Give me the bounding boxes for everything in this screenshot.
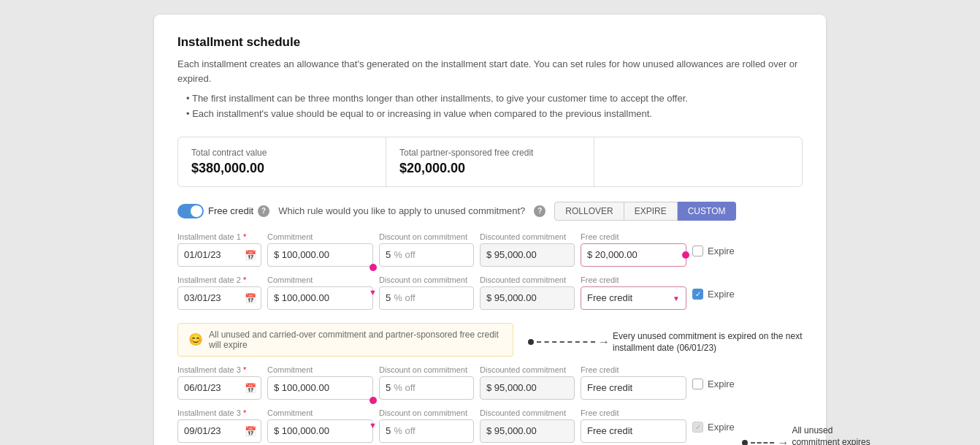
discounted-label-4: Discounted commitment (480, 408, 575, 417)
smiley-icon: 😊 (188, 332, 203, 346)
discounted-label-1: Discounted commitment (480, 232, 575, 241)
expire-label-4: Expire (708, 422, 735, 433)
discount-input-4[interactable]: 5 % off (379, 419, 474, 443)
free-credit-label-4: Free credit (581, 408, 686, 417)
discounted-input-2: $ 95,000.00 (480, 286, 575, 310)
bullet-1: The first installment can be three month… (186, 91, 803, 107)
expire-banner-text: All unused and carried-over commitment a… (209, 330, 502, 350)
rule-help-icon[interactable]: ? (534, 205, 545, 217)
expire-checkbox-3[interactable] (692, 379, 703, 389)
calendar-icon-3: 📅 (245, 382, 256, 393)
percent-off-2: % off (394, 292, 415, 303)
date-value-1: 01/01/23 (184, 249, 221, 260)
bullet-list: The first installment can be three month… (186, 91, 803, 122)
discount-value-3: 5 (386, 382, 391, 393)
discounted-input-4: $ 95,000.00 (480, 419, 575, 443)
installments-container: Installment date 1 * 01/01/23 📅 Commitme… (177, 232, 803, 445)
commitment-group-4: Commitment $ 100,000.00 ▼ (267, 408, 373, 443)
expire-label-1: Expire (708, 246, 735, 256)
free-credit-value-1: $ 20,000.00 (587, 249, 638, 260)
arrow-icon-4: → (777, 436, 789, 445)
commitment-input-2[interactable]: $ 100,000.00 (267, 286, 373, 310)
discounted-input-1: $ 95,000.00 (480, 243, 575, 267)
free-credit-input-2[interactable]: Free credit ▼ (581, 286, 686, 310)
commitment-input-1[interactable]: $ 100,000.00 (267, 243, 373, 267)
installment-row-4: Installment date 3 * 09/01/23 📅 Commitme… (177, 408, 735, 443)
summary-row: Total contract value $380,000.00 Total p… (177, 137, 803, 187)
black-dot-2 (528, 339, 534, 345)
date-input-1[interactable]: 01/01/23 📅 (177, 243, 261, 267)
toggle-help-icon[interactable]: ? (258, 205, 269, 217)
total-contract-value: $380,000.00 (191, 161, 372, 176)
discounted-group-2: Discounted commitment $ 95,000.00 (480, 275, 575, 310)
free-credit-group-2: Free credit Free credit ▼ (581, 275, 686, 310)
discount-value-2: 5 (386, 292, 391, 303)
discounted-label-2: Discounted commitment (480, 275, 575, 284)
card-title: Installment schedule (177, 35, 803, 50)
down-arrow-4: ▼ (369, 421, 377, 430)
free-credit-input-3[interactable]: Free credit (581, 376, 686, 400)
calendar-icon-4: 📅 (245, 425, 256, 436)
commitment-label-4: Commitment (267, 408, 373, 417)
commitment-input-3[interactable]: $ 100,000.00 (267, 376, 373, 400)
custom-button[interactable]: CUSTOM (678, 202, 737, 221)
date-input-3[interactable]: 06/01/23 📅 (177, 376, 261, 400)
discounted-value-1: $ 95,000.00 (486, 249, 537, 260)
discount-input-1[interactable]: 5 % off (379, 243, 474, 267)
expire-group-2: Expire (692, 275, 735, 300)
date-group-1: Installment date 1 * 01/01/23 📅 (177, 232, 261, 267)
free-credit-label-3: Free credit (581, 365, 686, 374)
toggle-background[interactable] (177, 204, 204, 218)
pink-dot-fc-1 (682, 251, 689, 259)
free-credit-input-4[interactable]: Free credit (581, 419, 686, 443)
discounted-value-4: $ 95,000.00 (486, 425, 537, 436)
discounted-value-3: $ 95,000.00 (486, 382, 537, 393)
rollover-button[interactable]: ROLLOVER (554, 202, 624, 221)
date-input-2[interactable]: 03/01/23 📅 (177, 286, 261, 310)
free-credit-toggle[interactable]: Free credit ? (177, 204, 269, 218)
card-description: Each installment creates an allowance th… (177, 57, 803, 85)
dashed-line-4 (751, 442, 775, 444)
percent-off-4: % off (394, 425, 415, 436)
commitment-input-4[interactable]: $ 100,000.00 (267, 419, 373, 443)
expire-button[interactable]: EXPIRE (624, 202, 678, 221)
expire-checkbox-1[interactable] (692, 246, 703, 256)
discount-group-3: Discount on commitment 5 % off (379, 365, 474, 400)
commitment-group-1: Commitment $ 100,000.00 (267, 232, 373, 267)
discount-value-1: 5 (386, 249, 391, 260)
discount-input-2[interactable]: 5 % off (379, 286, 474, 310)
installment-row-2-wrapper: Installment date 2 * 03/01/23 📅 Commitme… (177, 275, 803, 365)
expire-group-4: Expire (692, 408, 735, 433)
discount-group-4: Discount on commitment 5 % off (379, 408, 474, 443)
expire-banner-row: 😊 All unused and carried-over commitment… (177, 319, 803, 365)
installment-row-2: Installment date 2 * 03/01/23 📅 Commitme… (177, 275, 803, 310)
expire-checkbox-2[interactable] (692, 289, 703, 300)
installment-row-1: Installment date 1 * 01/01/23 📅 Commitme… (177, 232, 803, 267)
discount-label-2: Discount on commitment (379, 275, 474, 284)
bullet-2: Each installment's value should be equal… (186, 107, 803, 122)
commitment-value-2: $ 100,000.00 (274, 292, 329, 303)
empty-summary-box (594, 137, 802, 186)
rule-question: Which rule would you like to apply to un… (278, 205, 525, 216)
down-arrow-2: ▼ (369, 288, 377, 297)
date-input-4[interactable]: 09/01/23 📅 (177, 419, 261, 443)
calendar-icon-2: 📅 (245, 292, 256, 303)
commitment-group-2: Commitment $ 100,000.00 ▼ (267, 275, 373, 310)
free-credit-value-3: Free credit (587, 382, 632, 393)
total-contract-box: Total contract value $380,000.00 (178, 137, 386, 186)
annotation-text-4: All unused commitment expires at the off… (792, 425, 874, 445)
toggle-row: Free credit ? Which rule would you like … (177, 202, 803, 221)
discounted-value-2: $ 95,000.00 (486, 292, 537, 303)
free-credit-input-1[interactable]: $ 20,000.00 (581, 243, 686, 267)
dropdown-arrow-2: ▼ (673, 294, 680, 302)
expire-banner: 😊 All unused and carried-over commitment… (177, 323, 513, 357)
date-group-4: Installment date 3 * 09/01/23 📅 (177, 408, 261, 443)
annotation-row-4: → All unused commitment expires at the o… (742, 408, 874, 445)
commitment-value-1: $ 100,000.00 (274, 249, 329, 260)
discounted-group-1: Discounted commitment $ 95,000.00 (480, 232, 575, 267)
free-credit-value-2: Free credit (587, 292, 632, 303)
discount-input-3[interactable]: 5 % off (379, 376, 474, 400)
free-credit-group-1: Free credit $ 20,000.00 (581, 232, 686, 267)
total-credit-value: $20,000.00 (399, 161, 581, 176)
annotation-row-2: → Every unused commitment is expired on … (521, 319, 803, 355)
